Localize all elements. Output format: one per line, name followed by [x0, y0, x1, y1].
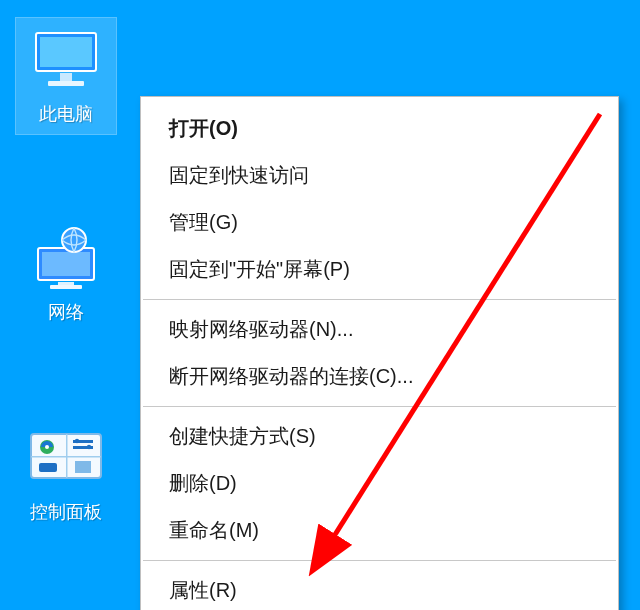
menu-separator — [143, 299, 616, 300]
menu-item-map-network-drive[interactable]: 映射网络驱动器(N)... — [141, 306, 618, 353]
computer-icon — [16, 24, 116, 96]
svg-rect-11 — [31, 456, 101, 458]
svg-point-13 — [45, 445, 49, 449]
context-menu: 打开(O) 固定到快速访问 管理(G) 固定到"开始"屏幕(P) 映射网络驱动器… — [140, 96, 619, 610]
desktop-icon-control-panel[interactable]: 控制面板 — [16, 420, 116, 530]
svg-point-17 — [87, 445, 91, 449]
desktop-icon-label: 网络 — [16, 300, 116, 324]
svg-point-16 — [75, 439, 79, 443]
menu-item-disconnect-network-drive[interactable]: 断开网络驱动器的连接(C)... — [141, 353, 618, 400]
svg-rect-5 — [42, 252, 90, 276]
desktop-icon-network[interactable]: 网络 — [16, 220, 116, 330]
menu-item-manage[interactable]: 管理(G) — [141, 199, 618, 246]
svg-rect-2 — [60, 73, 72, 81]
menu-separator — [143, 406, 616, 407]
network-icon — [16, 222, 116, 294]
menu-item-open[interactable]: 打开(O) — [141, 105, 618, 152]
menu-item-rename[interactable]: 重命名(M) — [141, 507, 618, 554]
desktop-icon-this-pc[interactable]: 此电脑 — [16, 18, 116, 134]
svg-rect-3 — [48, 81, 84, 86]
svg-point-8 — [62, 228, 86, 252]
desktop-icon-label: 控制面板 — [16, 500, 116, 524]
desktop-icon-label: 此电脑 — [16, 102, 116, 126]
menu-separator — [143, 560, 616, 561]
menu-item-delete[interactable]: 删除(D) — [141, 460, 618, 507]
svg-rect-7 — [50, 285, 82, 289]
control-panel-icon — [16, 422, 116, 494]
menu-item-pin-start[interactable]: 固定到"开始"屏幕(P) — [141, 246, 618, 293]
svg-rect-6 — [58, 282, 74, 285]
svg-rect-1 — [40, 37, 92, 67]
menu-item-pin-quick-access[interactable]: 固定到快速访问 — [141, 152, 618, 199]
menu-item-properties[interactable]: 属性(R) — [141, 567, 618, 610]
svg-rect-18 — [39, 463, 57, 472]
svg-rect-19 — [75, 461, 91, 473]
menu-item-create-shortcut[interactable]: 创建快捷方式(S) — [141, 413, 618, 460]
